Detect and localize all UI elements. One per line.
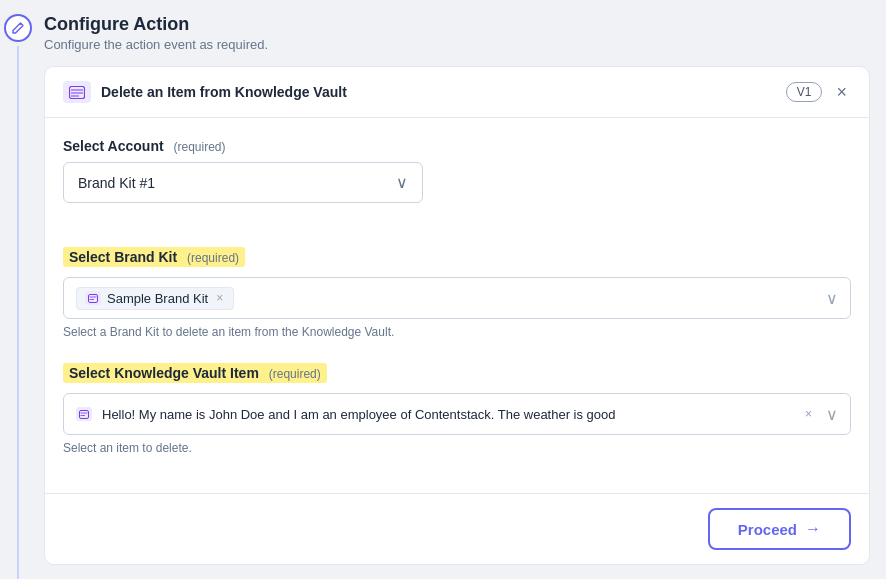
brand-kit-label-wrapper: Select Brand Kit (required): [63, 247, 851, 277]
account-dropdown[interactable]: Brand Kit #1 ∨: [63, 162, 423, 203]
brand-kit-label: Select Brand Kit (required): [63, 247, 245, 267]
knowledge-item-label-wrapper: Select Knowledge Vault Item (required): [63, 363, 851, 393]
brand-kit-dropdown-arrow: ∨: [826, 289, 838, 308]
card-title: Delete an Item from Knowledge Vault: [101, 84, 776, 100]
close-button[interactable]: ×: [832, 81, 851, 103]
knowledge-item-required-tag: (required): [269, 367, 321, 381]
main-panel: Configure Action Configure the action ev…: [36, 0, 886, 579]
card-body: Select Account (required) Brand Kit #1 ∨…: [45, 118, 869, 493]
step-line: [17, 46, 19, 579]
brand-kit-tag: Sample Brand Kit ×: [76, 287, 234, 310]
card-header-icon: [63, 81, 91, 103]
brand-kit-tag-icon: [85, 291, 101, 305]
knowledge-item-hint: Select an item to delete.: [63, 441, 851, 455]
brand-kit-section: Select Brand Kit (required) S: [63, 247, 851, 339]
account-dropdown-arrow: ∨: [396, 173, 408, 192]
account-selected-value: Brand Kit #1: [78, 175, 155, 191]
card-footer: Proceed →: [45, 493, 869, 564]
account-section: Select Account (required) Brand Kit #1 ∨: [63, 138, 851, 203]
knowledge-item-label: Select Knowledge Vault Item (required): [63, 363, 327, 383]
account-label: Select Account (required): [63, 138, 851, 154]
brand-kit-required-tag: (required): [187, 251, 239, 265]
knowledge-item-section: Select Knowledge Vault Item (required) H…: [63, 363, 851, 455]
version-badge: V1: [786, 82, 823, 102]
brand-kit-hint: Select a Brand Kit to delete an item fro…: [63, 325, 851, 339]
proceed-button[interactable]: Proceed →: [708, 508, 851, 550]
brand-kit-select[interactable]: Sample Brand Kit × ∨: [63, 277, 851, 319]
knowledge-item-select[interactable]: Hello! My name is John Doe and I am an e…: [63, 393, 851, 435]
knowledge-vault-icon: [69, 86, 85, 99]
knowledge-item-tag-remove[interactable]: ×: [803, 408, 814, 420]
page-subtitle: Configure the action event as required.: [44, 37, 870, 52]
account-required-tag: (required): [174, 140, 226, 154]
knowledge-tag-vault-icon: [79, 410, 89, 419]
proceed-arrow-icon: →: [805, 520, 821, 538]
card-header: Delete an Item from Knowledge Vault V1 ×: [45, 67, 869, 118]
proceed-label: Proceed: [738, 521, 797, 538]
brand-kit-tag-remove[interactable]: ×: [214, 292, 225, 304]
edit-icon: [11, 21, 25, 35]
left-sidebar: [0, 0, 36, 579]
page-title: Configure Action: [44, 14, 870, 35]
step-circle: [4, 14, 32, 42]
knowledge-item-tag-icon: [76, 407, 92, 421]
tag-vault-icon: [88, 294, 98, 303]
configure-action-card: Delete an Item from Knowledge Vault V1 ×…: [44, 66, 870, 565]
svg-rect-7: [80, 410, 89, 418]
brand-kit-tag-text: Sample Brand Kit: [107, 291, 208, 306]
svg-rect-4: [89, 294, 98, 302]
knowledge-item-dropdown-arrow: ∨: [826, 405, 838, 424]
knowledge-item-tag-text: Hello! My name is John Doe and I am an e…: [102, 407, 793, 422]
